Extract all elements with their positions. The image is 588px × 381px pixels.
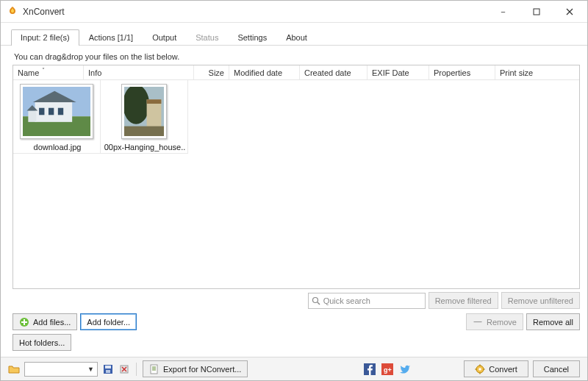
tab-actions[interactable]: Actions [1/1]	[79, 29, 143, 46]
file-list-area: Name ˅ Info Size Modified date Created d…	[12, 65, 580, 289]
remove-label: Remove	[487, 318, 517, 327]
twitter-icon	[399, 363, 411, 375]
thumbnail-image	[20, 84, 93, 139]
tab-about[interactable]: About	[276, 29, 317, 46]
separator	[136, 363, 137, 376]
svg-point-27	[478, 368, 481, 371]
facebook-icon	[364, 363, 376, 375]
search-placeholder: Quick search	[323, 296, 370, 305]
add-files-label: Add files...	[33, 318, 71, 327]
convert-label: Convert	[489, 365, 517, 374]
svg-text:g+: g+	[384, 366, 392, 374]
close-button[interactable]	[553, 1, 586, 22]
svg-rect-6	[49, 108, 54, 115]
maximize-button[interactable]	[520, 1, 553, 22]
svg-rect-5	[39, 108, 44, 115]
window-title: XnConvert	[23, 7, 487, 17]
maximize-icon	[533, 8, 540, 15]
remove-all-button[interactable]: Remove all	[526, 313, 580, 330]
svg-line-16	[318, 302, 320, 305]
svg-rect-12	[147, 99, 162, 127]
remove-unfiltered-button[interactable]: Remove unfiltered	[501, 292, 580, 309]
file-name: download.jpg	[16, 143, 98, 152]
open-preset-button[interactable]	[8, 363, 20, 375]
app-window: XnConvert − Input: 2 file(s) Actions [1/…	[0, 0, 588, 381]
hot-folders-button[interactable]: Hot folders...	[12, 334, 71, 351]
file-item[interactable]: download.jpg	[13, 80, 101, 154]
chevron-down-icon: ▼	[87, 366, 94, 373]
bottom-toolbar: ▼ Export for NConvert... g+	[1, 357, 587, 380]
delete-icon	[118, 363, 130, 375]
svg-point-15	[312, 297, 318, 302]
tab-bar: Input: 2 file(s) Actions [1/1] Output St…	[1, 23, 587, 46]
input-panel: You can drag&drop your files on the list…	[1, 46, 587, 357]
remove-button[interactable]: — Remove	[466, 313, 523, 330]
tab-settings[interactable]: Settings	[228, 29, 276, 46]
svg-rect-22	[151, 365, 157, 374]
folder-open-icon	[8, 363, 20, 375]
tab-input[interactable]: Input: 2 file(s)	[11, 29, 79, 46]
column-headers: Name ˅ Info Size Modified date Created d…	[13, 65, 579, 80]
svg-rect-0	[534, 9, 539, 15]
convert-gear-icon	[475, 364, 485, 374]
floppy-icon	[102, 363, 114, 375]
col-name[interactable]: Name ˅	[13, 65, 84, 79]
col-size[interactable]: Size	[194, 65, 229, 79]
window-controls: −	[487, 1, 586, 22]
export-nconvert-label: Export for NConvert...	[163, 365, 241, 374]
minus-icon: —	[473, 317, 483, 327]
convert-button[interactable]: Convert	[464, 360, 528, 377]
quick-search-input[interactable]: Quick search	[308, 293, 426, 309]
facebook-link[interactable]	[364, 363, 376, 375]
svg-rect-14	[124, 127, 164, 136]
search-icon	[312, 296, 320, 305]
twitter-link[interactable]	[399, 363, 411, 375]
col-created[interactable]: Created date	[300, 65, 368, 79]
drag-drop-hint: You can drag&drop your files on the list…	[14, 52, 580, 61]
thumbnail-grid[interactable]: download.jpg 00px-Hanging_house..	[13, 80, 579, 288]
add-folder-button[interactable]: Add folder...	[80, 313, 137, 330]
hot-folders-row: Hot folders...	[12, 334, 580, 351]
preset-combo[interactable]: ▼	[24, 362, 98, 377]
save-preset-button[interactable]	[102, 363, 114, 375]
delete-preset-button[interactable]	[118, 363, 130, 375]
tab-output[interactable]: Output	[143, 29, 186, 46]
script-icon	[149, 364, 159, 374]
export-nconvert-button[interactable]: Export for NConvert...	[143, 360, 248, 377]
file-name: 00px-Hanging_house..	[104, 143, 186, 152]
add-files-button[interactable]: Add files...	[12, 313, 77, 330]
app-icon	[7, 6, 18, 18]
svg-rect-13	[147, 99, 162, 104]
file-item[interactable]: 00px-Hanging_house..	[100, 80, 188, 154]
col-properties[interactable]: Properties	[429, 65, 495, 79]
col-name-label: Name	[18, 68, 39, 77]
cancel-button[interactable]: Cancel	[533, 360, 580, 377]
close-icon	[566, 8, 573, 15]
thumbnail-image	[121, 84, 167, 139]
filter-row: Quick search Remove filtered Remove unfi…	[12, 292, 580, 309]
col-exif[interactable]: EXIF Date	[368, 65, 429, 79]
title-bar: XnConvert −	[1, 1, 587, 23]
col-printsize[interactable]: Print size	[495, 65, 554, 79]
col-info[interactable]: Info	[84, 65, 194, 79]
svg-rect-7	[58, 108, 63, 115]
gplus-link[interactable]: g+	[381, 363, 393, 375]
svg-rect-19	[105, 366, 111, 368]
svg-rect-8	[28, 111, 36, 122]
add-remove-row: Add files... Add folder... — Remove Remo…	[12, 313, 580, 330]
tab-status: Status	[186, 29, 228, 46]
gplus-icon: g+	[381, 363, 393, 375]
remove-filtered-button[interactable]: Remove filtered	[429, 292, 498, 309]
svg-rect-20	[106, 370, 110, 373]
social-links: g+	[364, 363, 411, 375]
minimize-button[interactable]: −	[487, 1, 520, 22]
col-modified[interactable]: Modified date	[229, 65, 300, 79]
plus-icon	[19, 317, 29, 327]
sort-indicator-icon: ˅	[42, 67, 45, 74]
